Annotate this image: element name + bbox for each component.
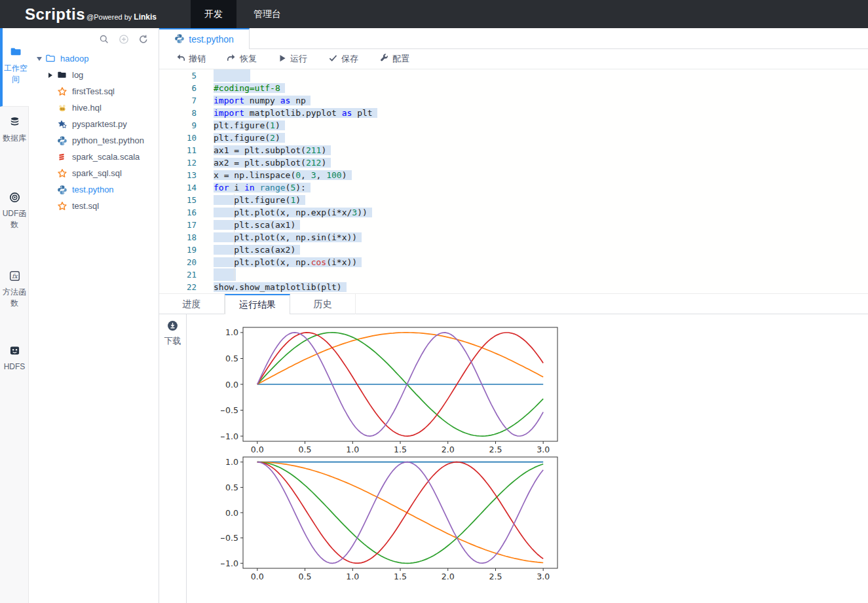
caret-right-icon[interactable] — [48, 73, 57, 78]
caret-down-icon[interactable] — [37, 57, 45, 61]
workspace-tree-panel: hadooplogfirstTest.sqlhive.hqlpysparktes… — [29, 28, 159, 603]
tree-node-label: spark_scala.scala — [72, 152, 140, 162]
brand-linkis: Linkis — [134, 12, 157, 22]
code-text: plt.sca(ax1) — [197, 219, 300, 231]
line-number: 19 — [159, 244, 197, 256]
python-icon — [57, 185, 67, 195]
sidebar-item-hdfs[interactable]: HDFS — [0, 345, 29, 373]
powered-by-text: @Powered by Linkis — [86, 12, 157, 22]
svg-text:3.0: 3.0 — [537, 572, 550, 581]
code-text: ax1 = plt.subplot(211) — [197, 144, 331, 156]
code-line-8[interactable]: 8import matplotlib.pyplot as plt — [159, 107, 868, 119]
tree-node-hive.hql[interactable]: hive.hql — [29, 100, 159, 116]
search-icon[interactable] — [99, 34, 109, 45]
code-line-7[interactable]: 7import numpy as np — [159, 94, 868, 107]
tab-run-result[interactable]: 运行结果 — [225, 294, 290, 315]
tree-node-python_test.python[interactable]: python_test.python — [29, 132, 159, 149]
redo-label: 恢复 — [240, 53, 257, 65]
code-line-16[interactable]: 16 plt.plot(x, np.exp(i*x/3)) — [159, 206, 868, 219]
udf-icon — [9, 192, 20, 205]
svg-text:0.5: 0.5 — [299, 572, 312, 581]
code-line-14[interactable]: 14for i in range(5): — [159, 181, 868, 194]
add-circle-icon[interactable] — [119, 34, 129, 45]
code-line-21[interactable]: 21 — [159, 268, 868, 281]
editor-toolbar: 撤销 恢复 运行 保存 配置 — [159, 49, 868, 69]
save-label: 保存 — [341, 53, 358, 65]
sql-icon — [57, 86, 67, 97]
code-line-13[interactable]: 13x = np.linspace(0, 3, 100) — [159, 169, 868, 181]
tree-node-log[interactable]: log — [29, 67, 159, 83]
tree-node-label: test.python — [72, 185, 114, 194]
results-panel: 下载 0.00.51.01.52.02.53.01.00.50.0−0.5−1.… — [159, 314, 868, 603]
sidebar-item-database[interactable]: 数据库 — [0, 117, 29, 144]
logo-text: Scriptis — [25, 5, 85, 24]
code-line-6[interactable]: 6#coding=utf-8 — [159, 82, 868, 94]
redo-button[interactable]: 恢复 — [227, 53, 257, 65]
code-line-11[interactable]: 11ax1 = plt.subplot(211) — [159, 144, 868, 156]
code-text: import matplotlib.pyplot as plt — [197, 107, 377, 119]
save-button[interactable]: 保存 — [328, 53, 358, 65]
tree-node-label: spark_sql.sql — [72, 168, 122, 178]
sidebar-item-label: UDF函数 — [1, 208, 28, 230]
tree-node-test.sql[interactable]: test.sql — [29, 198, 159, 214]
folder-icon — [57, 70, 67, 80]
run-icon — [278, 54, 287, 65]
code-line-20[interactable]: 20 plt.plot(x, np.cos(i*x)) — [159, 256, 868, 268]
tree-node-label: hive.hql — [72, 103, 102, 113]
line-number: 7 — [159, 94, 197, 107]
refresh-icon[interactable] — [138, 34, 149, 45]
line-number: 9 — [159, 119, 197, 132]
code-line-5[interactable]: 5 — [159, 69, 868, 82]
tree-node-spark_sql.sql[interactable]: spark_sql.sql — [29, 165, 159, 181]
code-line-15[interactable]: 15 plt.figure(1) — [159, 194, 868, 206]
code-line-18[interactable]: 18 plt.plot(x, np.sin(i*x)) — [159, 231, 868, 244]
tree-list: hadooplogfirstTest.sqlhive.hqlpysparktes… — [29, 50, 159, 214]
left-rail: 工作空间 数据库 UDF函数 fx 方法函数 HDFS — [0, 28, 29, 603]
tab-history[interactable]: 历史 — [290, 294, 356, 314]
nav-tab-develop[interactable]: 开发 — [191, 0, 236, 28]
svg-text:2.5: 2.5 — [489, 572, 502, 581]
run-button[interactable]: 运行 — [278, 53, 307, 65]
svg-text:0.0: 0.0 — [251, 572, 264, 581]
download-label: 下载 — [164, 335, 181, 347]
code-line-17[interactable]: 17 plt.sca(ax1) — [159, 219, 868, 231]
sql-icon — [57, 168, 67, 179]
code-line-22[interactable]: 22show.show_matplotlib(plt) — [159, 281, 868, 293]
tree-node-spark_scala.scala[interactable]: spark_scala.scala — [29, 149, 159, 165]
code-line-12[interactable]: 12ax2 = plt.subplot(212) — [159, 156, 868, 169]
nav-tab-console[interactable]: 管理台 — [244, 0, 290, 28]
redo-icon — [227, 53, 236, 65]
chart-svg: 0.00.51.01.52.02.53.01.00.50.0−0.5−1.0 — [221, 452, 561, 600]
line-number: 8 — [159, 107, 197, 119]
tree-node-label: test.sql — [72, 201, 99, 211]
tab-progress[interactable]: 进度 — [159, 294, 225, 314]
code-text: plt.figure(1) — [197, 194, 305, 206]
tree-node-firstTest.sql[interactable]: firstTest.sql — [29, 83, 159, 100]
editor-tab-test-python[interactable]: test.python — [159, 28, 250, 49]
code-line-9[interactable]: 9plt.figure(1) — [159, 119, 868, 132]
undo-button[interactable]: 撤销 — [176, 53, 206, 65]
config-label: 配置 — [392, 53, 409, 65]
svg-text:−1.0: −1.0 — [221, 558, 238, 568]
code-editor[interactable]: 5 6#coding=utf-87import numpy as np8impo… — [159, 69, 868, 293]
download-button[interactable]: 下载 — [159, 320, 186, 347]
svg-text:fx: fx — [12, 273, 18, 280]
tree-node-hadoop[interactable]: hadoop — [29, 50, 159, 67]
tree-node-pysparktest.py[interactable]: pysparktest.py — [29, 116, 159, 132]
svg-text:−1.0: −1.0 — [221, 431, 238, 441]
sidebar-item-label: 数据库 — [1, 133, 28, 144]
sidebar-item-workspace[interactable]: 工作空间 — [0, 28, 29, 107]
line-number: 11 — [159, 144, 197, 156]
sidebar-item-udf[interactable]: UDF函数 — [0, 192, 29, 230]
tree-node-test.python[interactable]: test.python — [29, 181, 159, 198]
line-number: 16 — [159, 206, 197, 219]
line-number: 21 — [159, 268, 197, 281]
code-line-10[interactable]: 10plt.figure(2) — [159, 132, 868, 144]
download-icon — [167, 320, 178, 333]
code-line-19[interactable]: 19 plt.sca(ax2) — [159, 244, 868, 256]
code-text: plt.plot(x, np.sin(i*x)) — [197, 231, 362, 244]
config-button[interactable]: 配置 — [379, 53, 409, 65]
sidebar-item-method-fn[interactable]: fx 方法函数 — [0, 270, 29, 309]
undo-icon — [176, 53, 185, 65]
code-text: plt.figure(2) — [197, 132, 285, 144]
